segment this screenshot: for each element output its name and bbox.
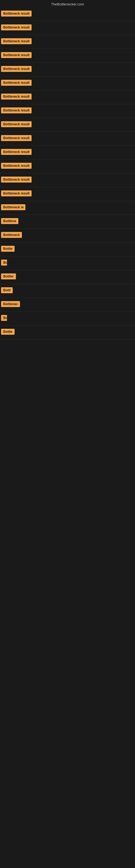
list-item: Bottleneck result: [0, 173, 135, 187]
bottleneck-result-badge[interactable]: Bottleneck result: [1, 149, 32, 155]
bottleneck-result-badge[interactable]: Bottleneck result: [1, 24, 32, 30]
list-item: Bottleneck result: [0, 90, 135, 104]
bottleneck-result-badge[interactable]: Bottleneck result: [1, 177, 32, 183]
list-item: Bottleneck: [0, 229, 135, 243]
page-wrapper: TheBottlenecker.com Bottleneck resultBot…: [0, 0, 135, 339]
bottleneck-result-badge[interactable]: Bottleneck result: [1, 190, 32, 196]
bottleneck-result-badge[interactable]: Bottleneck result: [1, 135, 32, 141]
bottleneck-result-badge[interactable]: Bottleneck result: [1, 80, 32, 86]
list-item: Bottleneck result: [0, 132, 135, 146]
bottleneck-result-badge[interactable]: Bottlenec: [1, 301, 20, 307]
list-item: Bottleneck result: [0, 104, 135, 118]
list-item: Bottleneck re: [0, 201, 135, 215]
bottleneck-result-badge[interactable]: Bottleneck re: [1, 204, 26, 210]
list-item: Bottle: [0, 326, 135, 339]
list-item: Bottle: [0, 243, 135, 256]
list-item: Bottlene: [0, 215, 135, 229]
list-item: Bottleneck result: [0, 35, 135, 49]
list-item: Bottl: [0, 284, 135, 298]
bottleneck-result-badge[interactable]: Bottle: [1, 329, 14, 335]
bottleneck-result-badge[interactable]: Bottlene: [1, 218, 18, 224]
site-header: TheBottlenecker.com: [0, 0, 135, 7]
site-title: TheBottlenecker.com: [51, 2, 84, 6]
bottleneck-result-badge[interactable]: Bottle: [1, 246, 14, 252]
bottleneck-result-badge[interactable]: Bottleneck result: [1, 94, 32, 99]
bottleneck-result-badge[interactable]: Bo: [1, 315, 7, 321]
list-item: Bottleneck result: [0, 63, 135, 76]
list-item: Bottleneck result: [0, 187, 135, 201]
bottleneck-result-badge[interactable]: Bottleneck result: [1, 10, 32, 17]
badge-list: Bottleneck resultBottleneck resultBottle…: [0, 7, 135, 339]
bottleneck-result-badge[interactable]: Bottleneck result: [1, 107, 32, 113]
bottleneck-result-badge[interactable]: Bottl: [1, 287, 13, 293]
list-item: Bottleneck result: [0, 21, 135, 35]
list-item: Bottleneck result: [0, 7, 135, 21]
bottleneck-result-badge[interactable]: Bottler: [1, 273, 16, 279]
bottleneck-result-badge[interactable]: Bottleneck result: [1, 66, 32, 72]
bottleneck-result-badge[interactable]: Bottleneck result: [1, 121, 32, 127]
list-item: Bottleneck result: [0, 159, 135, 173]
list-item: Bottler: [0, 270, 135, 284]
bottleneck-result-badge[interactable]: Bo: [1, 259, 7, 266]
bottleneck-result-badge[interactable]: Bottleneck result: [1, 52, 32, 58]
list-item: Bottleneck result: [0, 118, 135, 132]
bottleneck-result-badge[interactable]: Bottleneck: [1, 232, 22, 238]
bottleneck-result-badge[interactable]: Bottleneck result: [1, 163, 32, 169]
list-item: Bottleneck result: [0, 146, 135, 159]
list-item: Bottlenec: [0, 298, 135, 312]
list-item: Bo: [0, 312, 135, 326]
bottleneck-result-badge[interactable]: Bottleneck result: [1, 38, 32, 44]
list-item: Bo: [0, 256, 135, 270]
list-item: Bottleneck result: [0, 76, 135, 90]
list-item: Bottleneck result: [0, 49, 135, 63]
